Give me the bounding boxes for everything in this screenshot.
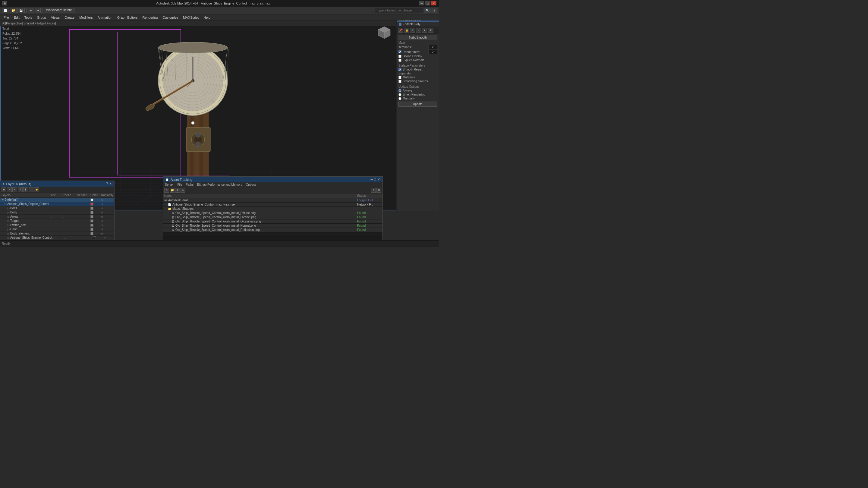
help-button[interactable]: ? — [432, 8, 437, 13]
asset-row-3[interactable]: 🖼 Old_Ship_Throttle_Speed_Control_worn_m… — [163, 211, 382, 215]
ts-explicitnormals-checkbox[interactable] — [398, 59, 401, 62]
modifier-up-icon[interactable]: ▲ — [422, 28, 427, 33]
layer-row-0[interactable]: ▼ 0 (default) ... ... ☆ — [0, 198, 114, 202]
layers-tb-btn-6[interactable]: ↕ — [29, 187, 33, 192]
asset-maximize-btn[interactable]: □ — [374, 178, 376, 181]
close-button[interactable]: ✕ — [431, 1, 436, 5]
maximize-button[interactable]: □ — [425, 1, 430, 5]
menu-item-modifiers[interactable]: Modifiers — [77, 15, 95, 20]
ts-whenrendering-radio[interactable] — [398, 93, 401, 96]
asset-row-1[interactable]: 📄 Antique_Ships_Engine_Control_max_vray.… — [163, 203, 382, 207]
ts-update-button[interactable]: Update — [398, 101, 437, 107]
layer-freeze-9: ... — [64, 236, 79, 239]
asset-minimize-btn[interactable]: ─ — [371, 178, 373, 181]
modifier-pin-icon[interactable]: 📌 — [398, 28, 403, 33]
layers-tb-btn-3[interactable]: + — [12, 187, 17, 192]
layer-radiosity-6: ☆ — [101, 224, 113, 227]
layer-row-4[interactable]: ▷ Arrow ... ... ☆ — [0, 215, 114, 219]
asset-menu-item-bitmap-performance-and-memory[interactable]: Bitmap Performance and Memory — [197, 183, 242, 186]
layer-color-5 — [90, 219, 93, 222]
asset-row-2[interactable]: 📁 Maps / Shaders — [163, 207, 382, 211]
new-button[interactable]: 📄 — [2, 8, 9, 13]
layer-row-9[interactable]: ▷ Antique_Ships_Engine_Control ... ... ☆ — [0, 236, 114, 240]
menu-item-help[interactable]: Help — [201, 15, 213, 20]
asset-menu-item-file[interactable]: File — [177, 183, 182, 186]
menu-item-views[interactable]: Views — [49, 15, 62, 20]
asset-row-7[interactable]: 🖼 Old_Ship_Throttle_Speed_Control_worn_m… — [163, 228, 382, 232]
menu-item-animation[interactable]: Animation — [95, 15, 115, 20]
menu-item-rendering[interactable]: Rendering — [140, 15, 160, 20]
menu-item-group[interactable]: Group — [34, 15, 49, 20]
layer-row-1[interactable]: ▷ Antique_Ships_Engine_Control ... ... ☆ — [0, 202, 114, 206]
menu-item-create[interactable]: Create — [62, 15, 77, 20]
layer-row-7[interactable]: ▷ Hand ... ... ☆ — [0, 227, 114, 232]
workspace-selector[interactable]: Workspace: Default — [44, 8, 74, 13]
layer-row-3[interactable]: ▷ Body ... ... ☆ — [0, 210, 114, 215]
edges-value: 68,262 — [13, 41, 22, 45]
asset-tb-3[interactable]: ⊕ — [175, 188, 180, 193]
menu-item-graph-editors[interactable]: Graph Editors — [115, 15, 140, 20]
ts-renderiters-row: Render Iters: — [398, 50, 437, 54]
asset-help-btn[interactable]: ? — [371, 188, 376, 193]
asset-path-input[interactable] — [163, 235, 382, 240]
asset-path-field[interactable] — [163, 235, 382, 240]
layer-row-2[interactable]: ▷ Bolts ... ... ☆ — [0, 206, 114, 210]
undo-button[interactable]: ↩ — [28, 8, 34, 13]
layers-tb-btn-1[interactable]: ■ — [1, 187, 6, 192]
layer-row-5[interactable]: ▷ Toggle ... ... ☆ — [0, 219, 114, 223]
menu-item-maxscript[interactable]: MAXScript — [181, 15, 201, 20]
ts-iterations-input[interactable] — [429, 45, 437, 49]
menu-item-edit[interactable]: Edit — [11, 15, 22, 20]
search-button[interactable]: 🔍 — [424, 8, 431, 13]
layers-tb-btn-4[interactable]: ⬇ — [18, 187, 23, 192]
menu-item-file[interactable]: File — [1, 15, 11, 20]
ts-renderiters-input[interactable] — [429, 50, 437, 54]
layer-row-8[interactable]: ▷ Body_element ... ... ☆ — [0, 232, 114, 236]
ts-renderiters-checkbox[interactable] — [398, 50, 401, 53]
asset-tb-4[interactable]: ≡ — [181, 188, 185, 193]
col-freeze: Freeze — [62, 193, 77, 197]
layers-tb-btn-7[interactable]: ⚡ — [34, 187, 39, 192]
layers-tb-btn-5[interactable]: ⬆ — [23, 187, 28, 192]
asset-close-btn[interactable]: ✕ — [377, 178, 380, 181]
asset-type-icon-6: 🖼 — [172, 224, 174, 227]
ts-always-radio[interactable] — [398, 89, 401, 92]
ts-materials-checkbox[interactable] — [398, 76, 401, 79]
save-button[interactable]: 💾 — [18, 8, 25, 13]
menu-item-customize[interactable]: Customize — [160, 15, 181, 20]
modifier-down-icon[interactable]: ▼ — [428, 28, 433, 33]
window-controls[interactable]: ─ □ ✕ — [419, 1, 436, 5]
asset-settings-btn[interactable]: ⚙ — [376, 188, 381, 193]
asset-menu-item-options[interactable]: Options — [246, 183, 256, 186]
ts-smoothresult-checkbox[interactable] — [398, 68, 401, 71]
asset-menu-item-server[interactable]: Server — [165, 183, 174, 186]
layer-row-6[interactable]: ▷ Switch_box ... ... ☆ — [0, 223, 114, 227]
modifier-editablepoly[interactable]: Editable Poly — [397, 22, 439, 27]
asset-tb-1[interactable]: ↻ — [164, 188, 169, 193]
asset-tb-2[interactable]: 📁 — [170, 188, 175, 193]
open-button[interactable]: 📁 — [10, 8, 17, 13]
layers-close-btn[interactable]: ✕ — [109, 182, 112, 186]
redo-button[interactable]: ↪ — [35, 8, 41, 13]
modifier-remove-icon[interactable]: - — [416, 28, 421, 33]
ts-manually-radio[interactable] — [398, 97, 401, 100]
view-cube[interactable] — [375, 24, 393, 41]
layers-help-btn[interactable]: ? — [106, 182, 108, 186]
layers-tb-btn-2[interactable]: ✕ — [7, 187, 12, 192]
layers-column-headers: Layers Hide Freeze Render Color Radiosit… — [0, 193, 114, 198]
minimize-button[interactable]: ─ — [419, 1, 424, 5]
asset-menu-item-paths[interactable]: Paths — [186, 183, 194, 186]
layer-name-9: Antique_Ships_Engine_Control — [10, 236, 52, 239]
asset-scrollbar[interactable] — [163, 232, 382, 235]
asset-row-4[interactable]: 🖼 Old_Ship_Throttle_Speed_Control_worn_m… — [163, 215, 382, 219]
asset-row-6[interactable]: 🖼 Old_Ship_Throttle_Speed_Control_worn_m… — [163, 224, 382, 228]
ts-isoline-checkbox[interactable] — [398, 55, 401, 58]
ts-smoothinggroups-checkbox[interactable] — [398, 80, 401, 83]
menu-item-tools[interactable]: Tools — [22, 15, 35, 20]
modifier-add-icon[interactable]: + — [410, 28, 415, 33]
layer-expand-icon-5: ▷ — [7, 219, 10, 222]
asset-row-0[interactable]: 🏛 Autodesk Vault Logged Out — [163, 199, 382, 203]
search-input[interactable] — [375, 8, 423, 13]
modifier-lock-icon[interactable]: 🔒 — [404, 28, 409, 33]
asset-row-5[interactable]: 🖼 Old_Ship_Throttle_Speed_Control_worn_m… — [163, 219, 382, 224]
